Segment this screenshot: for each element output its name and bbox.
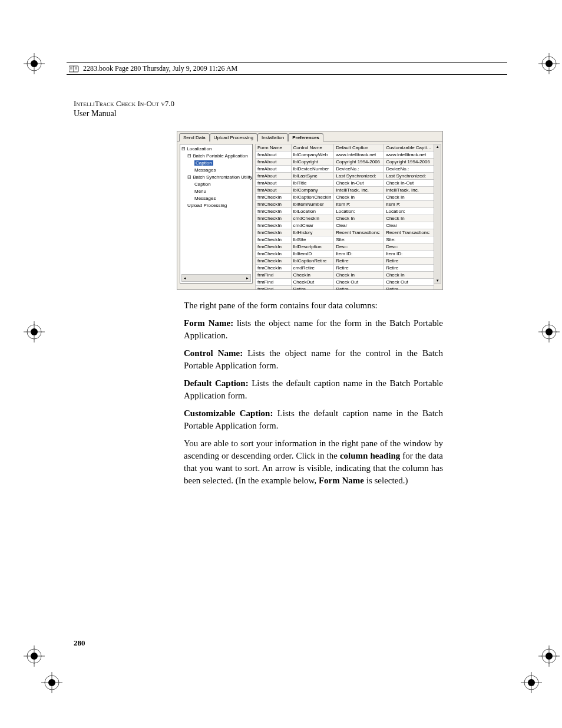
table-cell[interactable]: lblTitle [291,180,334,187]
tab-preferences[interactable]: Preferences [288,133,323,141]
table-row[interactable]: frmCheckInlblItemIDItem ID:Item ID: [256,251,434,258]
column-header-control-name[interactable]: Control Name [291,144,334,151]
table-cell[interactable]: Last Synchronized: [384,173,434,180]
table-cell[interactable]: Retire [384,258,434,265]
table-cell[interactable]: IntelliTrack, Inc. [384,187,434,194]
table-cell[interactable]: Site: [334,236,384,243]
tree-node[interactable]: ⊟ Batch Portable Application [181,153,251,160]
tree-node[interactable]: Menu [181,188,251,195]
table-cell[interactable]: lblSite [291,236,334,243]
table-cell[interactable]: lblHistory [291,229,334,236]
tree-node-selected[interactable]: Caption [181,160,251,167]
table-cell[interactable]: Clear [384,222,434,229]
table-cell[interactable]: Check In-Out [384,180,434,187]
table-cell[interactable]: Retire [334,265,384,272]
table-cell[interactable]: Item #: [334,201,384,208]
table-cell[interactable]: Clear [334,222,384,229]
table-cell[interactable]: frmCheckIn [256,251,292,258]
table-row[interactable]: frmFindCheckInCheck InCheck In [256,272,434,279]
table-cell[interactable]: Item ID: [384,251,434,258]
table-cell[interactable]: Check In [334,194,384,201]
table-cell[interactable]: Item #: [384,201,434,208]
table-cell[interactable]: lblCaptionRetire [291,258,334,265]
column-header-default-caption[interactable]: Default Caption [334,144,384,151]
table-cell[interactable]: Check Out [384,279,434,286]
table-row[interactable]: frmCheckInlblHistoryRecent Transactions:… [256,229,434,236]
table-cell[interactable]: Check In [334,272,384,279]
table-cell[interactable]: Check In [384,194,434,201]
scroll-left-icon[interactable]: ◂ [182,275,188,282]
table-cell[interactable]: cmdRetire [291,265,334,272]
table-cell[interactable]: lblItemNumber [291,201,334,208]
table-cell[interactable]: Location: [384,208,434,215]
table-cell[interactable]: Recent Transactions: [384,229,434,236]
table-cell[interactable]: frmAbout [256,180,292,187]
table-cell[interactable]: Copyright 1994-2006 [384,159,434,166]
table-row[interactable]: frmFindCheckOutCheck OutCheck Out [256,279,434,286]
table-cell[interactable]: Recent Transactions: [334,229,384,236]
table-row[interactable]: frmAboutlblCopyrightCopyright 1994-2006C… [256,159,434,166]
table-cell[interactable]: frmCheckIn [256,201,292,208]
table-cell[interactable]: frmCheckIn [256,194,292,201]
table-row[interactable]: frmAboutlblCompanyWebwww.intellitrack.ne… [256,151,434,159]
table-cell[interactable]: CheckIn [291,272,334,279]
scroll-down-icon[interactable]: ▾ [437,278,439,283]
tree-node[interactable]: Messages [181,195,251,202]
table-cell[interactable]: Desc: [384,243,434,251]
tab-upload-processing[interactable]: Upload Processing [210,133,257,141]
table-cell[interactable]: lblCompanyWeb [291,151,334,159]
column-header-form-name[interactable]: Form Name [256,144,292,151]
table-cell[interactable]: Site: [384,236,434,243]
table-cell[interactable]: Retire [334,258,384,265]
table-cell[interactable]: frmFind [256,272,292,279]
tree-node[interactable]: ⊟ Localization [181,146,251,153]
table-cell[interactable]: lblCompany [291,187,334,194]
table-cell[interactable]: cmdClear [291,222,334,229]
vertical-scrollbar[interactable]: ▴ ▾ [434,144,441,284]
table-cell[interactable]: Check In [384,215,434,222]
table-row[interactable]: frmAboutlblTitleCheck In-OutCheck In-Out [256,180,434,187]
table-cell[interactable]: frmCheckIn [256,265,292,272]
table-row[interactable]: frmCheckInlblLocationLocation:Location: [256,208,434,215]
table-row[interactable]: frmAboutlblCompanyIntelliTrack, Inc.Inte… [256,187,434,194]
caption-grid[interactable]: Form Name Control Name Default Caption C… [255,144,434,290]
table-cell[interactable]: Last Synchronized: [334,173,384,180]
table-cell[interactable]: frmCheckIn [256,258,292,265]
table-row[interactable]: frmCheckInlblItemNumberItem #:Item #: [256,201,434,208]
table-cell[interactable]: Retire [291,286,334,291]
table-cell[interactable]: lblItemID [291,251,334,258]
table-row[interactable]: frmCheckInlblDescriptionDesc:Desc: [256,243,434,251]
table-row[interactable]: frmCheckInlblSiteSite:Site: [256,236,434,243]
table-cell[interactable]: lblDescription [291,243,334,251]
table-row[interactable]: frmCheckInlblCaptionRetireRetireRetire [256,258,434,265]
horizontal-scrollbar[interactable]: ◂ ▸ [181,274,251,282]
tree-pane[interactable]: ⊟ Localization ⊟ Batch Portable Applicat… [180,144,253,284]
table-row[interactable]: frmCheckIncmdClearClearClear [256,222,434,229]
table-cell[interactable]: frmCheckIn [256,243,292,251]
table-cell[interactable]: Retire [334,286,384,291]
table-cell[interactable]: Check In-Out [334,180,384,187]
table-row[interactable]: frmFindRetireRetireRetire [256,286,434,291]
tree-node[interactable]: Upload Processing [181,202,251,209]
scroll-up-icon[interactable]: ▴ [437,144,439,149]
scroll-right-icon[interactable]: ▸ [244,275,250,282]
table-cell[interactable]: Desc: [334,243,384,251]
table-cell[interactable]: CheckOut [291,279,334,286]
table-cell[interactable]: www.intellitrack.net [384,151,434,159]
table-cell[interactable]: frmCheckIn [256,222,292,229]
table-cell[interactable]: DeviceNo.: [334,166,384,173]
tree-node[interactable]: Caption [181,181,251,188]
table-cell[interactable]: frmCheckIn [256,215,292,222]
table-cell[interactable]: frmAbout [256,151,292,159]
table-cell[interactable]: Check In [384,272,434,279]
tab-installation[interactable]: Installation [257,133,288,141]
table-row[interactable]: frmCheckIncmdRetireRetireRetire [256,265,434,272]
table-row[interactable]: frmAboutlblLastSyncLast Synchronized:Las… [256,173,434,180]
tree-node[interactable]: ⊟ Batch Synchronization Utility [181,174,251,181]
table-cell[interactable]: Item ID: [334,251,384,258]
table-row[interactable]: frmCheckIncmdCheckInCheck InCheck In [256,215,434,222]
table-cell[interactable]: cmdCheckIn [291,215,334,222]
table-cell[interactable]: DeviceNo.: [384,166,434,173]
table-cell[interactable]: frmFind [256,279,292,286]
table-cell[interactable]: lblLocation [291,208,334,215]
